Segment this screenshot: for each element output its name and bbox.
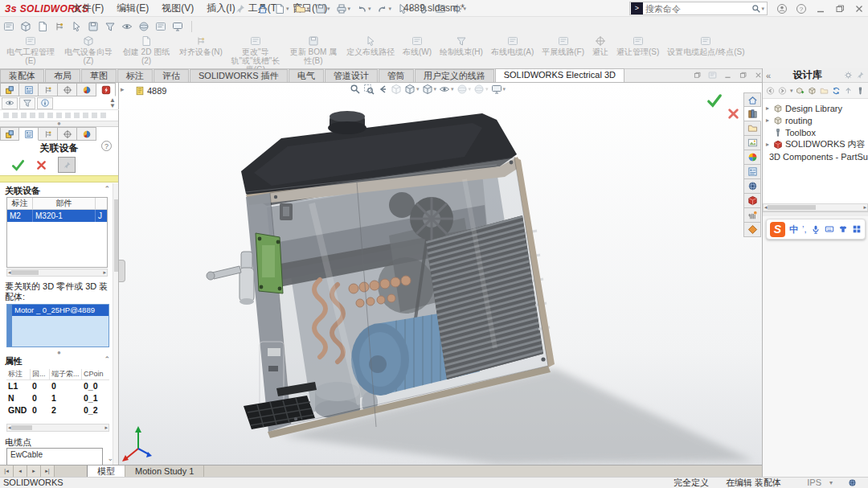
save-button[interactable]: ▾ <box>313 3 332 14</box>
model-3d-slush-machine[interactable] <box>119 83 762 465</box>
pin-menu-icon[interactable] <box>235 3 246 14</box>
collapsed-panel-handle[interactable] <box>119 260 125 282</box>
btn-define-route-path[interactable]: 定义布线路径 <box>342 35 399 56</box>
tab-motion-study-1[interactable]: Motion Study 1 <box>125 465 204 477</box>
home-button[interactable] <box>256 3 270 14</box>
add-to-library-icon[interactable] <box>796 85 805 96</box>
ok-button[interactable] <box>11 158 25 172</box>
attach-button[interactable] <box>416 3 431 14</box>
horizontal-scrollbar[interactable]: ◂▸ <box>763 203 868 211</box>
graphics-viewport[interactable]: ▸ 4889 ▾ ▾ ▾ ▾ ▾ ▾ <box>119 83 762 465</box>
restore-button[interactable] <box>834 3 845 14</box>
section-header-linked-devices[interactable]: 关联设备 <box>5 185 40 197</box>
tab-dimxpert-icon[interactable] <box>58 83 77 96</box>
options-button[interactable]: ▾ <box>450 3 469 14</box>
btn-flatten-route[interactable]: 平展线路(F) <box>538 35 588 56</box>
tab-solidworks-electrical-3d[interactable]: SOLIDWORKS Electrical 3D <box>495 68 624 82</box>
redo-button[interactable]: ▾ <box>375 3 394 14</box>
mini-tool-icon[interactable] <box>3 21 14 32</box>
doc-maximize-icon[interactable] <box>739 71 747 80</box>
tab-electrical-manager-icon[interactable] <box>96 83 116 96</box>
minimize-button[interactable] <box>815 3 826 14</box>
move-up-icon[interactable] <box>844 85 853 96</box>
skin-shirt-icon[interactable] <box>838 224 848 234</box>
forward-icon[interactable] <box>778 85 787 96</box>
mini-tool-icon[interactable] <box>121 21 133 32</box>
horizontal-scrollbar[interactable]: ◂▸ <box>6 424 109 432</box>
add-file-location-icon[interactable] <box>808 85 817 96</box>
tree-scroll-arrows[interactable]: ▲▼ <box>109 97 116 109</box>
horizontal-scrollbar[interactable]: ◂▸ <box>6 269 108 277</box>
expand-icon[interactable]: ▸ <box>764 105 771 112</box>
menu-edit[interactable]: 编辑(E) <box>110 0 155 17</box>
properties-table[interactable]: 标注 回... 端子索... CPoin L1 0 0 0_0 N 0 1 0_… <box>6 369 109 416</box>
doc-minimize-icon[interactable] <box>723 71 732 80</box>
units-caret-icon[interactable]: ▾ <box>829 478 833 488</box>
custom-properties-icon[interactable] <box>743 165 761 179</box>
tab-configurationmanager-icon[interactable] <box>39 83 58 96</box>
collapse-icon[interactable]: ⌃ <box>104 355 110 363</box>
panel-splitter[interactable]: ● <box>0 121 118 127</box>
hide-show-items-icon[interactable]: ▾ <box>439 84 454 95</box>
btn-route-wires[interactable]: 布线(W) <box>399 35 436 56</box>
sogou-logo-icon[interactable]: S <box>770 222 785 237</box>
help-icon[interactable] <box>796 3 807 14</box>
table-row[interactable]: M2 M320-1 J <box>7 210 107 222</box>
mini-tool-icon[interactable] <box>172 21 183 32</box>
flyout-tree-arrow-icon[interactable]: ▸ <box>121 85 125 93</box>
print-button[interactable]: ▾ <box>334 3 353 14</box>
microphone-icon[interactable] <box>811 224 821 234</box>
tab-propertymanager-icon[interactable] <box>19 127 39 141</box>
last-tab-icon[interactable]: ▸| <box>41 465 55 477</box>
view-palette-icon[interactable] <box>743 136 761 150</box>
previous-view-icon[interactable] <box>377 84 388 95</box>
next-tab-icon[interactable]: ▸ <box>27 465 41 477</box>
mini-tool-icon[interactable] <box>138 21 149 32</box>
tree-item-design-library[interactable]: ▸ Design Library <box>764 102 868 114</box>
tree-item-3d-components[interactable]: 3D Components - PartSupply <box>764 150 868 162</box>
new-document-button[interactable]: ▾ <box>272 3 291 14</box>
info-icon[interactable] <box>37 97 53 109</box>
panel-help-icon[interactable]: ? <box>101 141 112 151</box>
toolbox-grid-icon[interactable] <box>852 224 862 234</box>
solidworks-cam-icon[interactable] <box>743 194 761 208</box>
tab-electrical[interactable]: 电气 <box>289 69 324 82</box>
mini-tool-icon[interactable] <box>71 21 82 32</box>
sheet-button[interactable] <box>433 3 448 14</box>
account-icon[interactable] <box>776 3 788 14</box>
search-caret-icon[interactable]: ▾ <box>761 6 764 12</box>
section-view-icon[interactable] <box>391 84 402 95</box>
ime-punctuation-icon[interactable]: ’, <box>802 224 807 234</box>
toolbox-pin-icon[interactable] <box>856 85 865 96</box>
btn-update-bom-properties[interactable]: 更新 BOM 属性(B) <box>285 35 342 65</box>
refresh-icon[interactable] <box>832 85 841 96</box>
undo-button[interactable]: ▾ <box>354 3 373 14</box>
view-orientation-icon[interactable]: ▾ <box>404 84 420 95</box>
tab-evaluate[interactable]: 评估 <box>154 69 189 82</box>
design-library-icon[interactable] <box>743 107 761 121</box>
mini-tool-icon[interactable] <box>54 21 65 32</box>
keep-visible-pin-button[interactable] <box>58 157 76 173</box>
tab-dimxpert-icon[interactable] <box>58 127 77 141</box>
table-row[interactable]: N 0 1 0_1 <box>6 392 109 404</box>
ime-mode-chinese[interactable]: 中 <box>789 223 798 236</box>
btn-create-2d-drawing[interactable]: 创建 2D 图纸(2) <box>117 35 175 65</box>
back-icon[interactable] <box>766 85 775 96</box>
btn-set-cable-endpoints[interactable]: 设置电缆起点/终点(S) <box>663 35 748 56</box>
mini-tool-icon[interactable] <box>20 21 31 32</box>
xpress-products-icon[interactable] <box>743 223 761 237</box>
show-hide-icon[interactable] <box>2 97 18 109</box>
btn-align-components[interactable]: 对齐设备(N) <box>175 35 227 56</box>
mini-tool-icon[interactable] <box>37 21 48 32</box>
hand-tools-icon[interactable] <box>743 208 761 223</box>
mini-tool-icon[interactable] <box>155 21 166 32</box>
status-globe-icon[interactable] <box>848 478 857 487</box>
tab-user-defined-routes[interactable]: 用户定义的线路 <box>415 69 494 82</box>
expand-icon[interactable]: ▸ <box>764 141 771 148</box>
tab-model[interactable]: 模型 <box>87 465 125 477</box>
solidworks-resources-icon[interactable] <box>743 92 761 107</box>
list-item[interactable]: EwCable <box>7 449 102 459</box>
tab-layout[interactable]: 布局 <box>45 69 80 82</box>
tab-propertymanager-icon[interactable] <box>19 83 39 96</box>
tab-displaymanager-icon[interactable] <box>77 83 96 96</box>
